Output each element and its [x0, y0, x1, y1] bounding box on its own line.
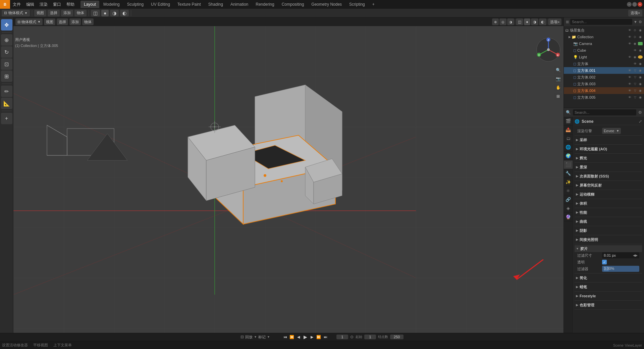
tab-scripting[interactable]: Scripting	[346, 1, 368, 8]
eye-icon-cube004[interactable]: 👁	[627, 88, 632, 93]
vp-shading-wireframe[interactable]: ◫	[516, 18, 523, 25]
props-tab-scene[interactable]: 🌐	[564, 143, 573, 152]
filter-blur-value[interactable]: 3.00%	[602, 266, 639, 272]
close-button[interactable]: ×	[638, 2, 642, 7]
eye-icon-light[interactable]: 👁	[627, 55, 632, 59]
timeline-marker-label[interactable]: 标记	[258, 335, 266, 340]
current-frame-input[interactable]	[336, 335, 348, 339]
blender-logo[interactable]: B	[0, 0, 10, 9]
menu-file[interactable]: 文件	[10, 0, 23, 9]
section-bloom-header[interactable]: ▶ 辉光	[575, 155, 642, 161]
section-ao-header[interactable]: ▶ 环境光遮蔽 (AO)	[575, 146, 642, 152]
filter-icon-cube005[interactable]: ▽	[633, 95, 637, 100]
section-perf-header[interactable]: ▶ 性能	[575, 209, 642, 216]
render-icon-cube002[interactable]: ◉	[638, 75, 643, 80]
viewport-canvas[interactable]: 用户透视 (1) Collection | 立方体.005 Z X Y	[13, 26, 564, 341]
props-tab-world[interactable]: 🌍	[564, 152, 573, 160]
section-motion-blur-header[interactable]: ▶ 运动模糊	[575, 191, 642, 198]
vp-xray-toggle[interactable]: ◑	[507, 18, 514, 25]
filter-icon-cube002[interactable]: ▽	[633, 75, 637, 80]
shading-wireframe[interactable]: ◫	[91, 10, 100, 16]
section-indirect-light-header[interactable]: ▶ 间接光照明	[575, 236, 642, 243]
tool-transform[interactable]: ⊞	[1, 70, 12, 82]
menu-window[interactable]: 窗口	[50, 0, 64, 9]
jump-end-button[interactable]: ⏭	[322, 334, 328, 340]
filter-size-value[interactable]: 8.01 px ◀▶	[602, 252, 639, 258]
outliner-item-立方体[interactable]: ◻ 立方体 👁 ◉	[564, 60, 644, 67]
vp-shading-material[interactable]: ◑	[531, 18, 538, 25]
view-menu[interactable]: 视图	[34, 10, 46, 16]
tab-geometry-nodes[interactable]: Geometry Nodes	[308, 1, 345, 8]
nav-gizmo[interactable]: Z X Y	[535, 36, 562, 63]
zoom-in-button[interactable]: 🔍	[554, 66, 562, 74]
props-tab-data[interactable]: ◈	[564, 204, 573, 213]
prev-frame-button[interactable]: ◀	[296, 334, 302, 340]
render-icon-cam[interactable]: ◉	[633, 41, 637, 46]
eye-icon-cube001[interactable]: 👁	[627, 68, 632, 73]
filter-icon-cube001[interactable]: ▽	[633, 68, 637, 73]
tool-cursor[interactable]: ✥	[1, 19, 12, 31]
minimize-button[interactable]: −	[627, 2, 632, 7]
menu-edit[interactable]: 编辑	[23, 0, 37, 9]
select-icon[interactable]: ⊙	[633, 28, 637, 33]
props-tab-particles[interactable]: ✨	[564, 178, 573, 187]
eye-icon-cube2[interactable]: 👁	[633, 61, 637, 66]
timeline-view-label[interactable]: 回放	[245, 335, 253, 340]
section-color-mgmt-header[interactable]: ▶ 色彩管理	[575, 302, 642, 308]
outliner-item-scene-collection[interactable]: 🗂 场景集合 👁 ⊙ ◉	[564, 27, 644, 34]
outliner-filter-icon[interactable]: ▼	[634, 20, 637, 24]
tab-rendering[interactable]: Rendering	[252, 1, 277, 8]
tool-rotate[interactable]: ↻	[1, 46, 12, 58]
section-curves-header[interactable]: ▶ 曲线	[575, 218, 642, 225]
shading-rendered[interactable]: ◐	[120, 10, 129, 16]
outliner-item-cube003[interactable]: ◻ 立方体.003 👁 ▽ ◉	[564, 81, 644, 87]
section-ssr-header[interactable]: ▶ 屏幕空间反射	[575, 182, 642, 189]
outliner-item-light[interactable]: 💡 Light 👁 ◉	[564, 54, 644, 60]
vp-view-menu[interactable]: 视图	[44, 18, 55, 25]
props-tab-output[interactable]: 📤	[564, 126, 573, 134]
tab-shading[interactable]: Shading	[205, 1, 226, 8]
outliner-item-cube005[interactable]: ◻ 立方体.005 👁 ▽ ◉	[564, 94, 644, 101]
props-search[interactable]	[573, 109, 636, 115]
render-icon-cube2[interactable]: ◉	[638, 61, 643, 66]
tab-uv-editing[interactable]: UV Editing	[148, 1, 173, 8]
menu-render[interactable]: 渲染	[37, 0, 50, 9]
render-icon-cube003[interactable]: ◉	[638, 82, 643, 86]
select-icon-col[interactable]: ⊙	[633, 35, 637, 39]
filter-icon-cube003[interactable]: ▽	[633, 82, 637, 86]
tab-layout[interactable]: Layout	[80, 1, 99, 8]
section-film-header[interactable]: ▼ 胶片	[575, 245, 642, 252]
select-menu[interactable]: 选择	[48, 10, 60, 16]
eye-icon-col[interactable]: 👁	[627, 35, 632, 39]
vp-gizmo-toggle[interactable]: ⊕	[492, 18, 499, 25]
props-tab-view-layer[interactable]: 🗂	[564, 134, 573, 143]
end-frame-input[interactable]	[390, 335, 404, 339]
filter-icon-cube004[interactable]: ▽	[633, 88, 637, 93]
vp-add-menu[interactable]: 添加	[69, 18, 81, 25]
tab-modeling[interactable]: Modeling	[100, 1, 123, 8]
tab-texture-paint[interactable]: Texture Paint	[174, 1, 204, 8]
outliner-item-cube[interactable]: ◻ Cube 👁 ◉	[564, 47, 644, 54]
vp-overlay-toggle[interactable]: ◎	[499, 18, 506, 25]
section-dof-header[interactable]: ▶ 景深	[575, 164, 642, 170]
props-tab-modifier[interactable]: 🔧	[564, 169, 573, 178]
vp-options[interactable]: 选项»	[548, 18, 561, 25]
eye-icon-cam[interactable]: 👁	[627, 41, 632, 46]
next-frame-button[interactable]: ▶	[309, 334, 315, 340]
tab-compositing[interactable]: Compositing	[278, 1, 308, 8]
render-engine-dropdown[interactable]: Eevee ▼	[602, 128, 621, 134]
outliner-item-collection[interactable]: ▶ 📁 Collection 👁 ⊙ ◉	[564, 34, 644, 40]
render-icon-cube[interactable]: ◉	[638, 48, 643, 53]
jump-start-button[interactable]: ⏮	[282, 334, 288, 340]
add-menu[interactable]: 添加	[61, 10, 73, 16]
options-button[interactable]: 选项»	[628, 10, 642, 16]
tab-add[interactable]: +	[369, 1, 378, 8]
eye-icon-cube005[interactable]: 👁	[627, 95, 632, 100]
props-tab-constraints[interactable]: 🔗	[564, 195, 573, 204]
prev-keyframe-button[interactable]: ⏪	[289, 334, 295, 340]
camera-view-button[interactable]: 📷	[554, 75, 562, 83]
section-sampling-header[interactable]: ▶ 采样	[575, 137, 642, 143]
shading-solid[interactable]: ●	[101, 10, 109, 16]
vp-mode-dropdown[interactable]: ⊟ 物体模式 ▼	[15, 18, 43, 25]
scene-expand-icon[interactable]: ⤢	[639, 119, 642, 124]
